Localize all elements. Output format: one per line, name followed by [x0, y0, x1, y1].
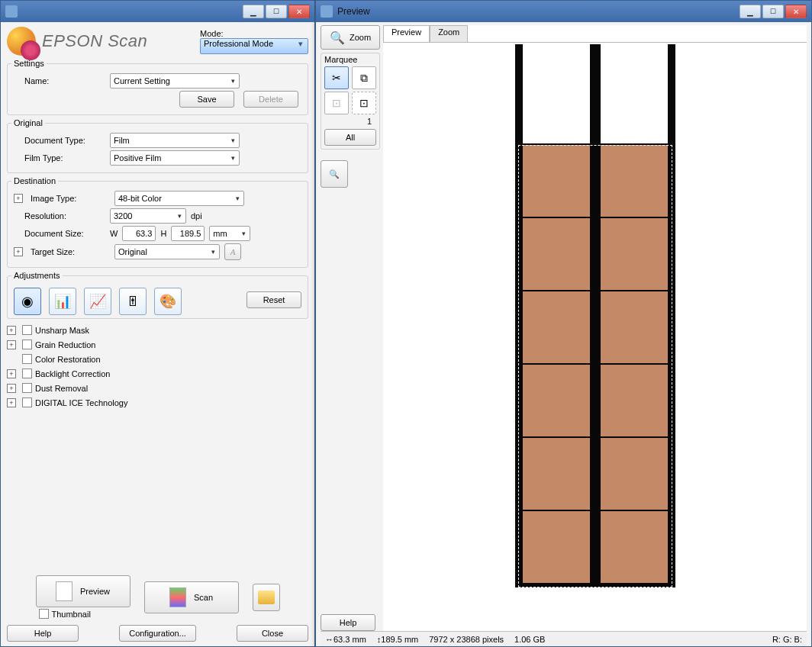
- height-input[interactable]: 189.5: [171, 226, 205, 241]
- ice-checkbox[interactable]: [22, 398, 32, 407]
- configuration-button[interactable]: Configuration...: [119, 625, 196, 642]
- status-height: ↕189.5 mm: [377, 635, 418, 644]
- color-palette-icon[interactable]: 🎨: [154, 288, 182, 315]
- unsharp-label: Unsharp Mask: [35, 326, 89, 335]
- preview-canvas[interactable]: [383, 42, 807, 631]
- colorrest-label: Color Restoration: [35, 355, 101, 364]
- preview-app-icon: [321, 5, 333, 18]
- dpi-label: dpi: [191, 211, 202, 220]
- delete-button: Delete: [243, 91, 298, 108]
- unit-select[interactable]: mm: [209, 226, 250, 241]
- image-adjust-icon[interactable]: 🎚: [119, 288, 147, 315]
- thumbnail-label: Thumbnail: [52, 610, 91, 619]
- image-type-expander[interactable]: +: [14, 194, 23, 203]
- titlebar[interactable]: [1, 1, 314, 22]
- width-input[interactable]: 63.3: [122, 226, 156, 241]
- preview-window: Preview 🔍Zoom Marquee ✂ ⧉ ⊡ ⊡: [315, 0, 812, 647]
- marquee-locate-button[interactable]: ⊡: [324, 92, 349, 114]
- brand-text: EPSON Scan: [42, 31, 147, 51]
- histogram-icon[interactable]: 📊: [49, 288, 76, 315]
- marquee-selection[interactable]: [518, 145, 672, 587]
- grain-expander[interactable]: +: [7, 340, 16, 349]
- maximize-button[interactable]: [266, 5, 287, 18]
- orientation-button: A: [224, 243, 241, 260]
- tab-zoom[interactable]: Zoom: [430, 25, 468, 42]
- save-button[interactable]: Save: [179, 91, 234, 108]
- magnifier-icon: 🔍: [330, 31, 345, 45]
- status-rgb: R: G: B:: [772, 635, 802, 644]
- doc-type-select[interactable]: Film: [110, 133, 240, 148]
- auto-exposure-icon[interactable]: ◉: [14, 288, 41, 315]
- status-size: 1.06 GB: [514, 635, 545, 644]
- dust-label: Dust Removal: [35, 384, 88, 393]
- densitometer-button[interactable]: 🔍: [321, 160, 348, 188]
- scan-icon: [169, 587, 186, 607]
- marquee-delete-button[interactable]: ✂: [324, 66, 349, 89]
- thumbnail-checkbox[interactable]: [39, 609, 49, 619]
- tab-preview[interactable]: Preview: [383, 25, 430, 42]
- resolution-label: Resolution:: [14, 211, 105, 220]
- reset-button[interactable]: Reset: [246, 291, 301, 308]
- densitometer-icon: 🔍: [329, 169, 340, 179]
- image-type-label: Image Type:: [31, 194, 110, 203]
- help-button[interactable]: Help: [7, 625, 79, 642]
- backlight-label: Backlight Correction: [35, 369, 110, 378]
- original-legend: Original: [11, 118, 45, 127]
- ice-label: DIGITAL ICE Technology: [35, 398, 127, 407]
- zoom-button[interactable]: 🔍Zoom: [321, 25, 380, 50]
- adjustments-legend: Adjustments: [11, 271, 63, 280]
- ice-expander[interactable]: +: [7, 398, 16, 407]
- backlight-checkbox[interactable]: [22, 369, 32, 378]
- dust-expander[interactable]: +: [7, 384, 16, 393]
- preview-minimize-button[interactable]: [740, 5, 761, 18]
- status-bar: ↔63.3 mm ↕189.5 mm 7972 x 23868 pixels 1…: [321, 631, 807, 646]
- app-icon: [5, 5, 18, 18]
- minimize-button[interactable]: [243, 5, 264, 18]
- film-strip: [515, 44, 675, 587]
- target-size-label: Target Size:: [31, 247, 110, 256]
- destination-legend: Destination: [11, 176, 58, 185]
- status-pixels: 7972 x 23868 pixels: [429, 635, 504, 644]
- height-label: H: [160, 229, 166, 238]
- name-label: Name:: [14, 76, 105, 85]
- mode-select[interactable]: Professional Mode: [200, 38, 308, 54]
- preview-maximize-button[interactable]: [762, 5, 784, 18]
- close-main-button[interactable]: Close: [237, 625, 308, 642]
- preview-window-title: Preview: [337, 6, 370, 17]
- marquee-count: 1: [324, 117, 376, 126]
- width-label: W: [110, 229, 118, 238]
- dust-checkbox[interactable]: [22, 383, 32, 393]
- close-button[interactable]: [288, 5, 310, 18]
- marquee-copy-button[interactable]: ⧉: [352, 66, 376, 89]
- preview-help-button[interactable]: Help: [321, 614, 375, 631]
- preview-icon: [56, 581, 72, 601]
- target-size-expander[interactable]: +: [14, 247, 23, 256]
- film-type-select[interactable]: Positive Film: [110, 150, 240, 166]
- name-select[interactable]: Current Setting: [110, 73, 240, 89]
- doc-size-label: Document Size:: [14, 229, 105, 238]
- status-width: ↔63.3 mm: [325, 635, 366, 644]
- grain-checkbox[interactable]: [22, 340, 32, 349]
- epson-logo-icon: [7, 27, 36, 56]
- preview-button[interactable]: Preview: [36, 575, 130, 607]
- preview-close-button[interactable]: [785, 5, 807, 18]
- marquee-new-button[interactable]: ⊡: [352, 92, 376, 114]
- mode-label: Mode:: [200, 29, 308, 38]
- grain-label: Grain Reduction: [35, 340, 96, 349]
- file-save-settings-button[interactable]: [253, 584, 280, 611]
- marquee-label: Marquee: [324, 55, 376, 64]
- film-type-label: Film Type:: [14, 153, 105, 163]
- folder-icon: [258, 591, 275, 604]
- scan-button[interactable]: Scan: [144, 581, 239, 613]
- image-type-select[interactable]: 48-bit Color: [114, 191, 244, 206]
- backlight-expander[interactable]: +: [7, 369, 16, 378]
- preview-titlebar[interactable]: Preview: [316, 1, 811, 22]
- colorrest-checkbox[interactable]: [22, 354, 32, 364]
- unsharp-checkbox[interactable]: [22, 325, 32, 335]
- unsharp-expander[interactable]: +: [7, 326, 16, 335]
- target-size-select[interactable]: Original: [114, 244, 220, 259]
- tone-curve-icon[interactable]: 📈: [84, 288, 111, 315]
- epson-scan-window: EPSON Scan Mode: Professional Mode Setti…: [0, 0, 315, 647]
- select-all-button[interactable]: All: [324, 129, 376, 146]
- resolution-select[interactable]: 3200: [110, 208, 186, 224]
